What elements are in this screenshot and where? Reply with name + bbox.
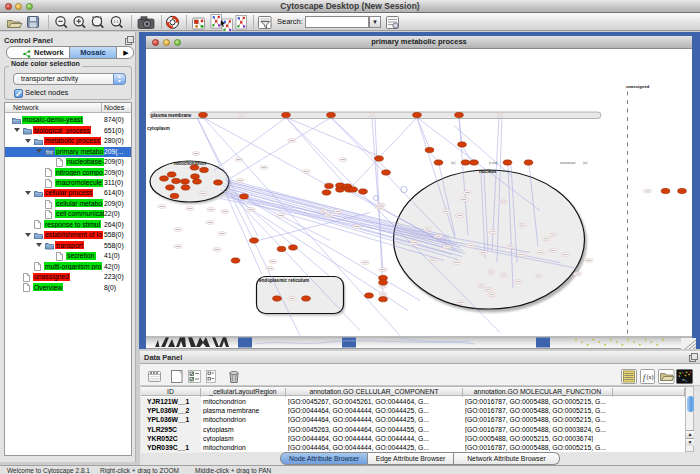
svg-text:xxxxxxxxxxxx: xxxxxxxxxxxx — [560, 161, 576, 164]
svg-text:1:1: 1:1 — [114, 20, 119, 24]
svg-text:cytoplasm: cytoplasm — [147, 125, 170, 130]
svg-text:(xx): (xx) — [451, 160, 455, 164]
svg-text:endoplasmic reticulum: endoplasmic reticulum — [259, 278, 309, 283]
svg-text:mitochondrion: mitochondrion — [174, 160, 206, 165]
svg-text:plasma membrane: plasma membrane — [151, 113, 192, 118]
svg-text:(x xxxx): (x xxxx) — [489, 160, 498, 164]
svg-text:(x): (x) — [647, 374, 654, 381]
svg-text:(xx): (xx) — [583, 160, 587, 164]
svg-text:unassigned: unassigned — [626, 83, 650, 88]
svg-text:nucleus: nucleus — [479, 168, 497, 173]
